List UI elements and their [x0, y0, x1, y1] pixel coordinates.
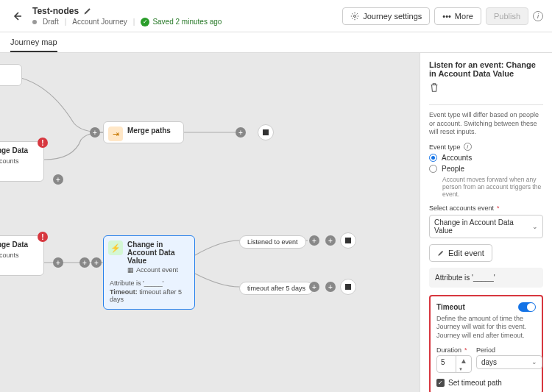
- attribute-summary: Attribute is '_____': [429, 268, 543, 288]
- connector-dot[interactable]: +: [309, 282, 319, 292]
- node-attribute-row: Attribute is '_____': [110, 279, 188, 287]
- pencil-icon: [437, 249, 445, 257]
- delete-icon[interactable]: [429, 82, 439, 93]
- journey-canvas[interactable]: + ⇥ Merge paths + ! Change Data on accou…: [0, 53, 420, 392]
- connector-dot[interactable]: +: [90, 127, 100, 138]
- properties-panel: Listen for an event: Change in Account D…: [420, 53, 552, 392]
- info-icon[interactable]: i: [533, 11, 543, 21]
- people-hint: Account moves forward when any person fr…: [442, 176, 543, 199]
- tab-journey-map[interactable]: Journey map: [10, 33, 57, 52]
- account-event-icon: ▦: [127, 266, 134, 274]
- chevron-down-icon: ⌄: [532, 223, 538, 230]
- node-partial-top[interactable]: [0, 64, 22, 86]
- edit-title-icon[interactable]: [83, 7, 92, 15]
- back-button[interactable]: [9, 8, 25, 24]
- check-icon: ✓: [141, 18, 149, 26]
- branch-pill-listened[interactable]: Listened to event: [239, 235, 306, 249]
- radio-icon: [429, 154, 437, 162]
- connector-dot[interactable]: +: [79, 257, 90, 268]
- select-accounts-event[interactable]: Change in Account Data Value ⌄: [429, 215, 543, 238]
- settings-icon: [350, 12, 359, 21]
- timeout-toggle[interactable]: [518, 302, 536, 312]
- period-select[interactable]: days ⌄: [476, 355, 542, 369]
- connector-dot[interactable]: +: [325, 235, 336, 246]
- end-node[interactable]: [340, 279, 356, 295]
- timeout-title: Timeout: [436, 303, 465, 311]
- radio-icon: [429, 165, 437, 173]
- end-node[interactable]: [340, 232, 356, 249]
- step-down-icon[interactable]: ▼: [456, 366, 471, 372]
- connector-dot[interactable]: +: [91, 257, 102, 268]
- edit-event-button[interactable]: Edit event: [429, 244, 492, 262]
- connector-dot[interactable]: +: [236, 127, 246, 138]
- end-node[interactable]: [258, 124, 274, 140]
- timeout-hint: Define the amount of time the Journey wi…: [436, 315, 536, 341]
- status-label: Draft: [43, 18, 59, 26]
- info-icon[interactable]: i: [464, 143, 472, 151]
- topbar: Test-nodes Draft | Account Journey | ✓ S…: [0, 0, 552, 32]
- error-badge: !: [38, 138, 48, 148]
- branch-pill-timeout[interactable]: timeout after 5 days: [239, 282, 314, 295]
- node-merge-paths[interactable]: ⇥ Merge paths: [103, 121, 184, 143]
- node-change-data-2[interactable]: ! Change Data on accounts: [0, 235, 44, 276]
- period-label: Period: [476, 346, 542, 354]
- saved-label: Saved 2 minutes ago: [152, 18, 222, 26]
- node-change-data-1[interactable]: ! Change Data on accounts: [0, 141, 44, 182]
- event-type-label: Event type i: [429, 143, 543, 151]
- duration-input[interactable]: 5 ▲▼: [436, 355, 472, 373]
- bolt-icon: ⚡: [108, 240, 123, 255]
- node-timeout-row: Timeout: Timeout: timeout after 5 daysti…: [110, 288, 188, 303]
- journey-type: Account Journey: [72, 18, 127, 26]
- more-icon: •••: [442, 12, 451, 21]
- journey-settings-button[interactable]: Journey settings: [342, 7, 430, 25]
- chevron-down-icon: ⌄: [531, 358, 537, 366]
- connector-dot[interactable]: +: [53, 174, 63, 185]
- panel-hint: Event type will differ based on people o…: [429, 111, 543, 137]
- radio-people[interactable]: People: [429, 165, 543, 173]
- panel-title: Listen for an event: Change in Account D…: [429, 60, 543, 78]
- timeout-section: Timeout Define the amount of time the Jo…: [429, 295, 543, 392]
- status-dot: [32, 20, 37, 24]
- select-event-label: Select accounts event: [429, 204, 543, 212]
- publish-button[interactable]: Publish: [486, 7, 528, 25]
- connector-dot[interactable]: +: [309, 235, 319, 246]
- checkbox-icon: ✓: [436, 379, 445, 387]
- more-button[interactable]: ••• More: [434, 7, 481, 25]
- svg-point-0: [354, 15, 356, 17]
- connector-dot[interactable]: +: [325, 282, 336, 292]
- node-event-listener[interactable]: ⚡ Change in Account Data Value ▦Account …: [103, 235, 195, 310]
- step-up-icon[interactable]: ▲: [456, 356, 471, 366]
- connector-dot[interactable]: +: [53, 257, 63, 268]
- error-badge: !: [38, 232, 48, 242]
- set-timeout-path-checkbox[interactable]: ✓ Set timeout path: [436, 379, 536, 387]
- duration-label: Duration: [436, 346, 472, 354]
- merge-icon: ⇥: [108, 126, 123, 141]
- radio-accounts[interactable]: Accounts: [429, 154, 543, 162]
- tab-row: Journey map: [0, 32, 552, 53]
- page-title: Test-nodes: [32, 6, 79, 16]
